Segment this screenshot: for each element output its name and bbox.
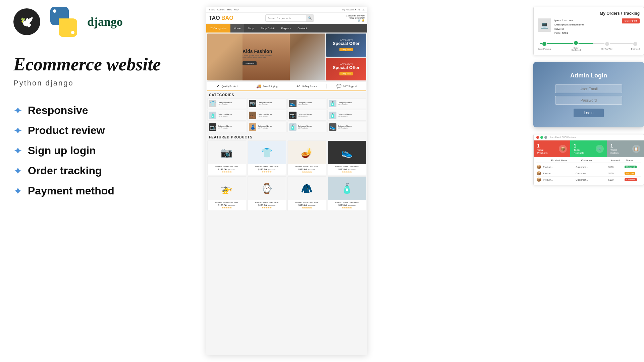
category-card[interactable]: 📷 Category Name100 Products [287, 110, 326, 121]
category-card[interactable]: 👟 Category Name100 Products [327, 122, 366, 132]
nav-shop[interactable]: Shop [244, 24, 257, 33]
status-badge: Cancelled [625, 178, 637, 181]
stat-label-3: TodalOrders [610, 148, 619, 155]
list-item: ✦ Product review [13, 124, 114, 137]
stat-info-1: 1 TodalProducts [537, 143, 548, 155]
sparkle-icon-4: ✦ [13, 165, 22, 177]
nav-links: Home Shop Shop Detail Pages ▾ Contact [230, 24, 310, 33]
product-card[interactable]: 🧴 Product Name Goes Here $123.00 $123.00… [328, 176, 367, 211]
category-card[interactable]: 👗 Category Name100 Products [247, 122, 286, 132]
product-card[interactable]: 🧥 Product Name Goes Here $123.00 $123.00… [287, 176, 326, 211]
features-bar: ✔ Quality Product 🚚 Free Shipping ↩ 14-D… [207, 81, 366, 91]
stat-label-2: TodalProducts [574, 148, 584, 155]
status-badge: Delivered [625, 166, 636, 168]
cat-img: 👞 [249, 112, 256, 119]
feature-text-3: Sign up login [28, 144, 96, 157]
product-info: Product Name Goes Here $123.00 $123.00 ★… [328, 164, 366, 175]
nav-categories[interactable]: ☰ Categories [206, 24, 230, 33]
category-card[interactable]: 📷 Category Name100 Products [247, 98, 286, 109]
row-img: 📦 [536, 171, 543, 176]
stat-count-3: 1 [610, 143, 619, 148]
category-card[interactable]: 👕 Category Name100 Products [207, 98, 246, 109]
search-button[interactable]: 🔍 [306, 14, 314, 22]
product-card[interactable]: 👟 Product Name Goes Here $123.00 $123.00… [328, 140, 367, 175]
admin-email-input[interactable] [555, 84, 622, 93]
product-info: Product Name Goes Here $123.00 $123.00 ★… [208, 200, 246, 210]
product-card[interactable]: 👕 Product Name Goes Here $123.00 $123.00… [248, 140, 286, 175]
product-card[interactable]: ⌚ Product Name Goes Here $123.00 $123.00… [248, 176, 286, 211]
product-card[interactable]: 📷 Product Name Goes Here $123.00 $123.00… [207, 140, 246, 175]
right-panel: My Orders / Tracking 💻 tpxe - tpxe.com D… [533, 7, 644, 185]
offer-1-shop-btn[interactable]: Shop Now [339, 48, 353, 51]
step-label-2: Order Confirmed [569, 47, 583, 51]
table-row: 📦 Product... Customer... $100 Pending [536, 170, 641, 177]
product-image: 🧥 [288, 177, 326, 200]
row-img: 📦 [536, 165, 543, 169]
hero-offer-2: SAVE 20% Special Offer Shop Now [326, 58, 366, 81]
shop-now-button[interactable]: Shop Now [243, 61, 257, 65]
category-card[interactable]: 👟 Category Name100 Products [287, 98, 326, 109]
categories-heading: CATEGORIES [206, 91, 367, 98]
search-input[interactable] [266, 17, 306, 20]
shop-hero: Kids Fashion Lorem ipsum dolor amet soli… [207, 34, 366, 80]
support-icon: 💬 [336, 84, 341, 88]
cat-img: 📷 [209, 123, 216, 131]
nav-pages[interactable]: Pages ▾ [278, 24, 294, 33]
table-row: 📦 Product... Customer... $100 Delivered [536, 164, 641, 170]
shop-search[interactable]: 🔍 [265, 14, 314, 22]
cat-info: Category Name100 Products [338, 125, 352, 129]
feature-support: 💬 24/7 Support [327, 84, 366, 88]
offer-2-shop-btn[interactable]: Shop Now [339, 72, 353, 75]
cat-info: Category Name100 Products [218, 102, 232, 106]
stat-block-1: 1 TodalProducts 📦 [534, 140, 570, 157]
product-image: 👕 [248, 141, 286, 164]
cat-info: Category Name100 Products [338, 113, 352, 117]
cat-img: 👗 [249, 123, 256, 131]
sparkle-icon-5: ✦ [13, 185, 22, 197]
brand-tao: TAO [209, 15, 220, 21]
category-card[interactable]: 📷 Category Name100 Products [207, 122, 246, 132]
customer-service: Customer Service +012 345 6789 🛒 🔔 [346, 14, 365, 22]
tracking-line-bg [540, 43, 637, 44]
product-card[interactable]: 🪔 Product Name Goes Here $123.00 $123.00… [287, 140, 326, 175]
nav-home[interactable]: Home [230, 24, 244, 33]
support-label: 24/7 Support [343, 85, 357, 87]
product-card[interactable]: 🚁 Product Name Goes Here $123.00 $123.00… [207, 176, 246, 211]
shop-nav: ☰ Categories Home Shop Shop Detail Pages… [206, 24, 367, 33]
dot-gray [544, 136, 547, 139]
step-order-pending: Order Pending [538, 41, 551, 50]
category-card[interactable]: 🧴 Category Name100 Products [287, 122, 326, 132]
stat-count-2: 1 [574, 143, 584, 148]
hero-offer-2-text: SAVE 20% Special Offer Shop Now [333, 62, 360, 76]
left-panel: 🕊️ django Ecommerce website Python djang… [0, 0, 205, 362]
my-account: My Account ▾ ⚙ ☁ [342, 8, 365, 11]
step-dot-4 [633, 41, 638, 47]
cat-img: 📷 [249, 100, 256, 107]
admin-password-input[interactable] [555, 96, 622, 105]
product-image: ⌚ [248, 177, 286, 200]
cat-img: 👟 [329, 123, 336, 131]
stat-icon-2: 🛒 [596, 145, 604, 153]
dashboard-card: localhost:8000/admin 1 TodalProducts 📦 1… [533, 134, 644, 185]
category-card[interactable]: 👞 Category Name100 Products [247, 110, 286, 121]
dashboard-stats: 1 TodalProducts 📦 1 TodalProducts 🛒 1 To… [534, 140, 644, 157]
quality-label: Quality Product [221, 85, 237, 87]
product-title: tpxe - tpxe.com [554, 18, 619, 23]
product-info: Product Name Goes Here $123.00 $123.00 ★… [328, 200, 366, 210]
nav-shop-detail[interactable]: Shop Detail [257, 24, 278, 33]
category-card[interactable]: 🧴 Category Name100 Products [327, 110, 366, 121]
product-image: 📷 [208, 141, 246, 164]
list-item: ✦ Payment method [13, 185, 114, 197]
hero-main-banner: Kids Fashion Lorem ipsum dolor amet soli… [207, 34, 325, 80]
category-card[interactable]: 🧴 Category Name100 Products [207, 110, 246, 121]
category-card[interactable]: 🧴 Category Name100 Products [327, 98, 366, 109]
nav-contact[interactable]: Contact [294, 24, 310, 33]
cat-info: Category Name100 Products [298, 102, 312, 106]
dot-green [540, 136, 543, 139]
cat-img: 🧴 [209, 112, 216, 119]
admin-title: Admin Login [540, 72, 637, 79]
confirm-button[interactable]: CONFIRM [622, 18, 640, 23]
shop-brand: TAO BAO [209, 15, 233, 21]
stat-block-2: 1 TodalProducts 🛒 [570, 140, 607, 157]
admin-login-button[interactable]: Login [574, 109, 603, 117]
